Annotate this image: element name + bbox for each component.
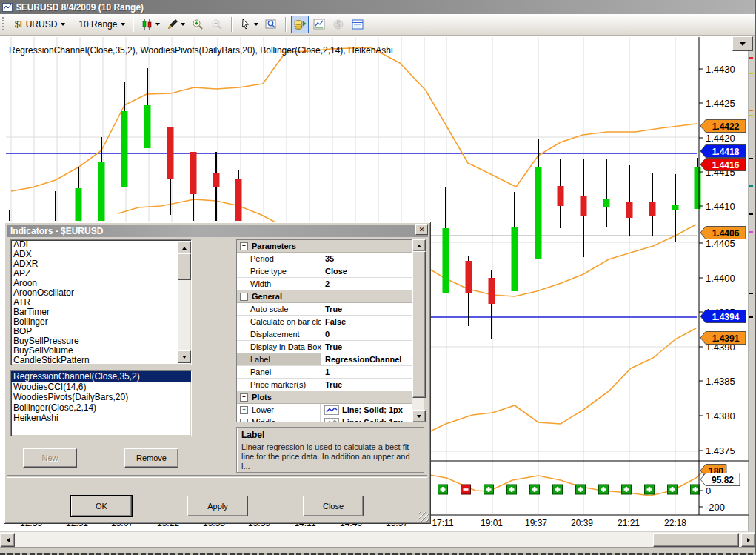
- mini-chart-button[interactable]: [310, 16, 328, 33]
- candle-body: [466, 261, 472, 293]
- property-value[interactable]: 35: [321, 254, 412, 263]
- interval-selector[interactable]: 10 Range: [76, 18, 128, 31]
- cursor-pointer-button[interactable]: [237, 16, 261, 33]
- available-indicator-item[interactable]: CandleStickPattern: [11, 356, 191, 365]
- available-indicator-item[interactable]: ADXR: [11, 259, 191, 269]
- data-box-button[interactable]: [262, 16, 280, 33]
- plot-value[interactable]: Line; Solid; 1px: [321, 405, 412, 415]
- scrollbar-thumb[interactable]: [412, 251, 426, 398]
- property-row[interactable]: LabelRegressionChannel: [237, 353, 412, 366]
- axis-tick-label: 1.4430: [706, 64, 735, 75]
- property-row[interactable]: Display in Data BoxTrue: [237, 341, 412, 353]
- scroll-up-button[interactable]: [412, 239, 426, 252]
- property-value[interactable]: RegressionChannel: [321, 355, 412, 364]
- remove-button[interactable]: Remove: [124, 448, 178, 468]
- draw-tool-icon: [167, 19, 178, 30]
- property-row[interactable]: Panel1: [237, 366, 412, 379]
- property-group-row[interactable]: −General: [237, 290, 412, 303]
- scroll-right-button[interactable]: [741, 533, 755, 547]
- scroll-up-button[interactable]: [178, 242, 191, 254]
- property-row[interactable]: Calculate on bar closeFalse: [237, 316, 412, 328]
- edge-mark: [749, 316, 753, 318]
- property-grid[interactable]: −ParametersPeriod35Price typeCloseWidth2…: [236, 239, 412, 422]
- dialog-title-bar[interactable]: Indicators - $EURUSD: [7, 225, 428, 237]
- scroll-left-button[interactable]: [1, 533, 15, 547]
- draw-tool-button[interactable]: [164, 16, 187, 33]
- collapse-icon[interactable]: −: [240, 293, 248, 301]
- selected-indicator-item[interactable]: HeikenAshi: [11, 413, 191, 423]
- candle-body: [167, 127, 174, 179]
- plot-value[interactable]: Line; Solid; 1px: [321, 418, 412, 423]
- instrument-selector[interactable]: $EURUSD: [12, 18, 68, 31]
- available-indicator-item[interactable]: ADL: [11, 240, 191, 250]
- chart-trader-button[interactable]: [291, 16, 309, 33]
- cci-square: [507, 485, 517, 494]
- window-bottom-edge: [0, 547, 756, 555]
- ok-button[interactable]: OK: [71, 496, 132, 516]
- property-row[interactable]: Period35: [237, 253, 412, 265]
- property-row[interactable]: Price marker(s)True: [237, 379, 412, 391]
- property-row[interactable]: Width2: [237, 278, 412, 290]
- collapse-icon[interactable]: −: [240, 393, 248, 402]
- available-list-scrollbar[interactable]: [178, 242, 190, 363]
- selected-indicator-item[interactable]: WoodiesCCI(14,6): [11, 382, 191, 392]
- property-value[interactable]: True: [321, 305, 412, 313]
- property-grid-scrollbar[interactable]: [412, 239, 424, 422]
- property-row[interactable]: Price typeClose: [237, 265, 412, 278]
- axis-tick-label: 1.4425: [706, 98, 735, 109]
- expand-icon[interactable]: +: [240, 406, 248, 414]
- edge-mark: [749, 57, 753, 59]
- dialog-close-button-bottom[interactable]: Close: [303, 496, 364, 516]
- time-label: 19:01: [481, 518, 503, 528]
- property-value[interactable]: 2: [321, 279, 412, 288]
- property-group-row[interactable]: −Parameters: [237, 240, 412, 253]
- property-value[interactable]: 1: [321, 368, 412, 376]
- available-indicator-item[interactable]: AroonOscillator: [11, 288, 191, 298]
- dialog-close-button[interactable]: ✕: [415, 224, 428, 235]
- toolbar-separator: [285, 17, 286, 32]
- available-indicator-item[interactable]: ADX: [11, 250, 191, 259]
- toolbar-grip[interactable]: [2, 17, 4, 32]
- property-row[interactable]: Displacement0: [237, 328, 412, 341]
- selected-indicator-item[interactable]: RegressionChannel(Close,35,2): [11, 371, 191, 382]
- available-indicator-item[interactable]: APZ: [11, 269, 191, 279]
- scroll-down-button[interactable]: [412, 410, 426, 422]
- axis-dropdown-button[interactable]: [732, 36, 753, 51]
- chart-properties-button[interactable]: [349, 16, 367, 33]
- toolbar-separator: [133, 17, 133, 32]
- available-indicators-list[interactable]: ADLADXADXRAPZAroonAroonOscillatorATRBarT…: [10, 239, 192, 365]
- plot-row[interactable]: +LowerLine; Solid; 1px: [237, 404, 412, 416]
- plot-row[interactable]: +MiddleLine; Solid; 1px: [237, 416, 412, 422]
- selected-indicator-item[interactable]: WoodiesPivots(DailyBars,20): [11, 392, 191, 402]
- property-value[interactable]: False: [321, 317, 412, 326]
- scrollbar-thumb[interactable]: [653, 533, 739, 547]
- chart-style-candlestick-button[interactable]: [138, 16, 162, 33]
- expand-icon[interactable]: +: [240, 419, 248, 423]
- line-style-icon: [324, 418, 339, 423]
- property-value[interactable]: True: [321, 342, 412, 351]
- group-label: General: [252, 292, 282, 301]
- edge-mark: [749, 158, 753, 159]
- chevron-down-icon: [155, 23, 160, 26]
- triangle-up-icon: [182, 247, 187, 250]
- zoom-in-button[interactable]: [189, 16, 207, 33]
- available-indicator-item[interactable]: Bollinger: [11, 317, 191, 327]
- selected-indicator-item[interactable]: Bollinger(Close,2,14): [11, 402, 191, 413]
- selected-indicators-list[interactable]: RegressionChannel(Close,35,2)WoodiesCCI(…: [10, 370, 192, 436]
- resize-grip[interactable]: [419, 512, 429, 522]
- apply-button[interactable]: Apply: [187, 496, 248, 516]
- property-row[interactable]: Auto scaleTrue: [237, 303, 412, 316]
- scrollbar-thumb[interactable]: [178, 253, 191, 280]
- edge-mark: [749, 293, 753, 294]
- property-group-row[interactable]: −Plots: [237, 391, 412, 404]
- candle-body: [121, 111, 128, 187]
- property-value[interactable]: True: [321, 380, 412, 389]
- scroll-down-button[interactable]: [178, 350, 191, 363]
- collapse-icon[interactable]: −: [240, 242, 248, 250]
- line-style-icon: [324, 405, 339, 415]
- property-name: Price marker(s): [237, 379, 321, 391]
- triangle-down-icon: [182, 356, 187, 359]
- property-value[interactable]: 0: [321, 330, 412, 339]
- horizontal-scrollbar[interactable]: [0, 531, 756, 547]
- property-value[interactable]: Close: [321, 267, 412, 276]
